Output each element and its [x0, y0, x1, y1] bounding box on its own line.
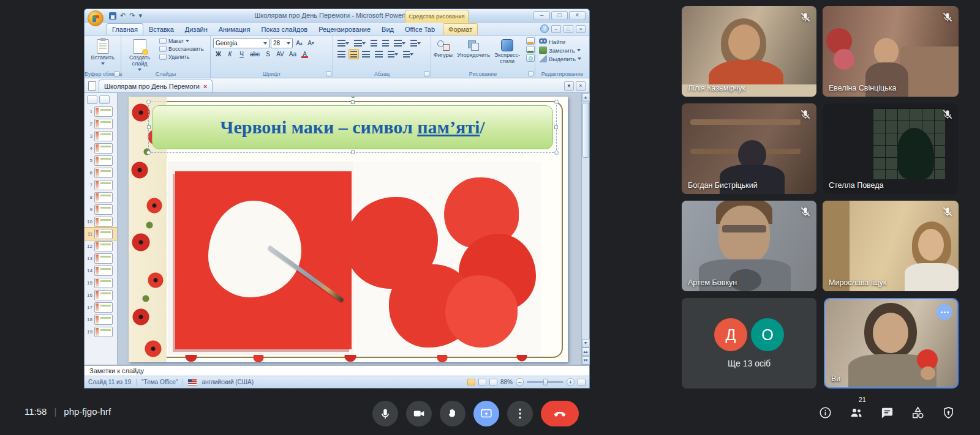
dialog-launcher-icon[interactable] — [528, 71, 533, 76]
slide-thumbnail-17[interactable]: 17 — [85, 301, 117, 313]
slide-title-box[interactable]: Червоні маки – символ пам’яті/ — [152, 105, 553, 149]
photo-paper-cutout[interactable] — [168, 162, 353, 355]
language-label[interactable]: английский (США) — [202, 379, 254, 385]
bold-button[interactable]: Ж — [213, 49, 224, 59]
slide-thumbnail-5[interactable]: 5 — [85, 154, 117, 166]
arrange-button[interactable]: Упорядочить — [456, 37, 491, 61]
qat-more-icon[interactable]: ▾ — [138, 12, 142, 20]
outline-tab-icon[interactable] — [99, 95, 110, 104]
numbering-button[interactable] — [352, 38, 368, 48]
slideshow-view-icon[interactable] — [489, 379, 497, 385]
normal-view-icon[interactable] — [467, 379, 475, 385]
justify-button[interactable] — [373, 49, 385, 59]
next-slide-icon[interactable]: ▾▾ — [582, 356, 590, 365]
tab-format[interactable]: Формат — [443, 23, 478, 35]
columns-button[interactable] — [386, 49, 400, 59]
undo-icon[interactable]: ↶ — [120, 12, 126, 20]
save-icon[interactable] — [109, 12, 116, 20]
present-screen-button[interactable] — [473, 401, 499, 426]
participant-tile[interactable]: Артем Бовкун — [682, 201, 816, 291]
find-button[interactable]: Найти — [538, 37, 587, 46]
tile-more-options-button[interactable] — [937, 304, 952, 320]
reset-button[interactable]: Восстановить — [158, 45, 205, 53]
dialog-launcher-icon[interactable] — [424, 71, 429, 76]
paste-button[interactable]: Вставить — [87, 37, 118, 67]
slide-thumbnail-8[interactable]: 8 — [85, 191, 117, 203]
meeting-details-button[interactable] — [818, 406, 832, 420]
grow-font-button[interactable]: А▴ — [294, 38, 304, 48]
slide-thumbnail-14[interactable]: 14 — [85, 264, 117, 277]
change-case-button[interactable]: Аа — [287, 49, 298, 59]
more-options-button[interactable] — [507, 401, 533, 426]
align-left-button[interactable] — [336, 49, 347, 59]
smartart-button[interactable] — [401, 49, 415, 59]
slides-tab-icon[interactable] — [87, 95, 97, 104]
participant-tile[interactable]: Богдан Бистріцький — [682, 103, 816, 194]
replace-button[interactable]: Заменить — [538, 46, 587, 54]
slide-thumbnail-4[interactable]: 4 — [85, 142, 117, 154]
tab-office-tab[interactable]: Office Tab — [399, 23, 440, 35]
zoom-out-button[interactable]: – — [516, 378, 524, 386]
text-direction-button[interactable] — [409, 38, 423, 48]
previous-slide-icon[interactable]: ▴▴ — [582, 348, 590, 356]
zoom-level[interactable]: 88% — [500, 379, 513, 385]
scroll-up-icon[interactable]: ▲ — [582, 93, 590, 102]
redo-icon[interactable]: ↷ — [129, 12, 135, 20]
tab-design[interactable]: Дизайн — [179, 23, 213, 35]
rotate-handle[interactable] — [350, 97, 356, 98]
delete-button[interactable]: Удалить — [158, 53, 205, 61]
end-call-button[interactable] — [541, 401, 579, 426]
tab-bar-close-icon[interactable]: × — [576, 81, 586, 91]
increase-indent-button[interactable] — [380, 38, 391, 48]
underline-button[interactable]: Ч — [236, 49, 247, 59]
participant-tile[interactable]: Евеліна Свінціцька — [823, 6, 959, 97]
slide-thumbnail-6[interactable]: 6 — [85, 166, 117, 179]
self-tile[interactable]: Ви — [824, 298, 959, 389]
shape-fill-icon[interactable] — [526, 37, 535, 45]
doc-close-button[interactable]: × — [576, 25, 586, 33]
vertical-scrollbar[interactable]: ▲ ▼ ▴▴ ▾▾ — [581, 93, 589, 365]
notes-pane[interactable]: Заметки к слайду — [85, 365, 589, 376]
slide-thumbnail-12[interactable]: 12 — [85, 240, 117, 252]
font-color-button[interactable]: А — [300, 49, 310, 59]
activities-button[interactable] — [911, 406, 925, 420]
decrease-indent-button[interactable] — [369, 38, 379, 48]
participant-tile[interactable]: Мирослава Іщук — [823, 201, 959, 291]
slide-sorter-view-icon[interactable] — [478, 379, 486, 385]
tab-view[interactable]: Вид — [376, 23, 399, 35]
tab-review[interactable]: Рецензирование — [313, 23, 376, 35]
slide-thumbnail-9[interactable]: 9 — [85, 203, 117, 215]
fit-to-window-icon[interactable] — [578, 379, 586, 385]
slide-thumbnail-15[interactable]: 15 — [85, 277, 117, 289]
bullets-button[interactable] — [336, 38, 351, 48]
slide-thumbnail-11[interactable]: 11 — [85, 228, 117, 240]
italic-button[interactable]: К — [225, 49, 235, 59]
minimize-button[interactable]: – — [533, 11, 550, 20]
scrollbar-thumb[interactable] — [582, 103, 589, 158]
slide-thumbnail-7[interactable]: 7 — [85, 179, 117, 191]
close-button[interactable]: × — [569, 11, 586, 20]
select-button[interactable]: Выделить — [538, 54, 587, 63]
slide-thumbnail-18[interactable]: 18 — [85, 313, 117, 325]
tab-insert[interactable]: Вставка — [143, 23, 179, 35]
office-button[interactable] — [88, 10, 104, 26]
doc-minimize-button[interactable]: – — [551, 25, 561, 33]
new-slide-button[interactable]: Создать слайд — [124, 37, 156, 73]
maximize-button[interactable]: □ — [551, 11, 568, 20]
character-spacing-button[interactable]: AV — [274, 49, 286, 59]
dialog-launcher-icon[interactable] — [114, 71, 119, 76]
help-icon[interactable]: ? — [540, 24, 549, 33]
microphone-button[interactable] — [372, 401, 398, 426]
slide-thumbnail-1[interactable]: 1 — [85, 105, 117, 117]
scroll-down-icon[interactable]: ▼ — [582, 339, 590, 348]
shrink-font-button[interactable]: А▾ — [306, 38, 316, 48]
slide-thumbnail-16[interactable]: 16 — [85, 289, 117, 301]
zoom-slider[interactable] — [527, 381, 564, 383]
tab-list-dropdown-icon[interactable]: ▾ — [564, 81, 574, 91]
photo-petals[interactable] — [353, 162, 541, 355]
slide-thumbnail-3[interactable]: 3 — [85, 130, 117, 142]
align-right-button[interactable] — [360, 49, 372, 59]
host-controls-button[interactable] — [941, 406, 956, 420]
shapes-button[interactable]: Фигуры — [431, 37, 455, 61]
camera-button[interactable] — [406, 401, 432, 426]
